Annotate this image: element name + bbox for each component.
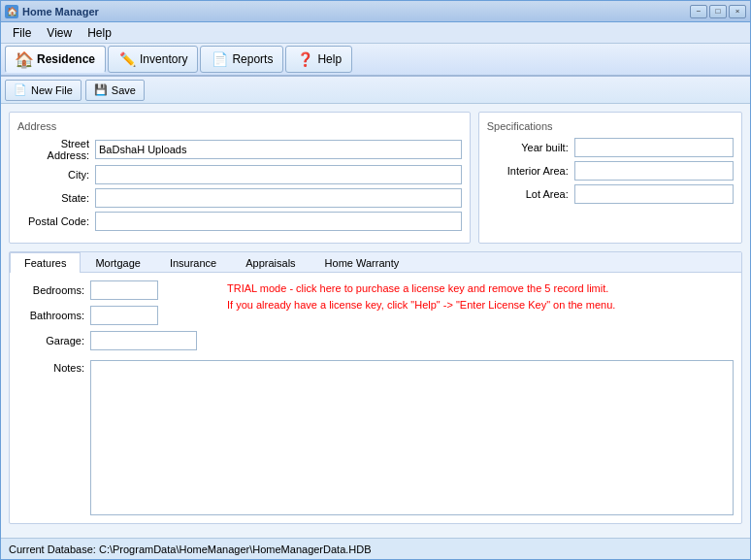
features-left: Bedrooms: Bathrooms: Garage: (17, 280, 212, 356)
street-label: Street Address: (17, 138, 95, 161)
notes-label: Notes: (17, 360, 90, 374)
house-icon: 🏠 (16, 50, 33, 68)
notes-textarea[interactable] (90, 360, 734, 515)
trial-line-2: If you already have a license key, click… (227, 299, 615, 311)
garage-label: Garage: (17, 335, 90, 346)
help-circle-icon: ❓ (296, 50, 313, 68)
address-label: Address (17, 120, 462, 132)
trial-message[interactable]: TRIAL mode - click here to purchase a li… (227, 280, 734, 313)
lot-area-label: Lot Area: (487, 188, 574, 200)
features-grid: Bedrooms: Bathrooms: Garage: (17, 280, 734, 356)
minimize-button[interactable]: − (690, 5, 707, 18)
close-button[interactable]: × (729, 5, 746, 18)
specs-section: Specifications Year built: Interior Area… (478, 112, 742, 244)
report-icon: 📄 (211, 50, 228, 68)
tab-features[interactable]: Features (10, 252, 81, 273)
new-file-button[interactable]: 📄 New File (5, 80, 82, 101)
top-section: Address Street Address: City: State: Pos… (9, 112, 742, 244)
nav-bar: 🏠 Residence ✏️ Inventory 📄 Reports ❓ Hel… (1, 44, 750, 77)
app-icon: 🏠 (5, 5, 18, 18)
tab-features-content: Bedrooms: Bathrooms: Garage: (10, 273, 741, 523)
edit-icon: ✏️ (118, 50, 136, 68)
lot-area-row: Lot Area: (487, 184, 734, 204)
bathrooms-input[interactable] (90, 306, 158, 325)
toolbar: 📄 New File 💾 Save (1, 77, 750, 104)
status-text: Current Database: C:\ProgramData\HomeMan… (9, 544, 372, 555)
address-section: Address Street Address: City: State: Pos… (9, 112, 471, 244)
year-built-row: Year built: (487, 138, 734, 157)
menu-file[interactable]: File (5, 24, 39, 42)
postal-label: Postal Code: (17, 215, 95, 227)
nav-residence-label: Residence (37, 52, 95, 66)
nav-reports-label: Reports (232, 52, 273, 66)
menu-view[interactable]: View (39, 24, 80, 42)
city-label: City: (17, 169, 95, 181)
tab-mortgage[interactable]: Mortgage (81, 252, 154, 273)
year-built-input[interactable] (574, 138, 734, 157)
garage-row: Garage: (17, 331, 212, 350)
interior-area-input[interactable] (574, 161, 734, 181)
postal-row: Postal Code: (17, 212, 462, 231)
window-controls: − □ × (690, 5, 746, 18)
city-row: City: (17, 165, 462, 184)
menu-help[interactable]: Help (80, 24, 119, 42)
title-bar-left: 🏠 Home Manager (5, 5, 99, 18)
content-area: Address Street Address: City: State: Pos… (1, 104, 750, 538)
bathrooms-label: Bathrooms: (17, 310, 90, 321)
state-row: State: (17, 188, 462, 208)
new-file-icon: 📄 (14, 83, 27, 96)
nav-reports[interactable]: 📄 Reports (200, 46, 283, 73)
specs-label: Specifications (487, 120, 734, 132)
title-bar: 🏠 Home Manager − □ × (1, 1, 750, 22)
save-button[interactable]: 💾 Save (85, 80, 145, 101)
year-built-label: Year built: (487, 142, 574, 153)
save-icon: 💾 (94, 83, 108, 96)
new-file-label: New File (31, 84, 73, 96)
tabs-container: Features Mortgage Insurance Appraisals H… (9, 251, 742, 524)
bathrooms-row: Bathrooms: (17, 306, 212, 325)
bedrooms-label: Bedrooms: (17, 284, 90, 296)
street-input[interactable] (95, 140, 462, 159)
bedrooms-input[interactable] (90, 280, 158, 300)
state-input[interactable] (95, 188, 462, 208)
window-title: Home Manager (22, 6, 99, 17)
save-label: Save (112, 84, 136, 96)
state-label: State: (17, 192, 95, 204)
nav-residence[interactable]: 🏠 Residence (5, 46, 106, 73)
tab-home-warranty[interactable]: Home Warranty (310, 252, 414, 273)
tab-insurance[interactable]: Insurance (155, 252, 231, 273)
notes-row: Notes: (17, 360, 734, 515)
lot-area-input[interactable] (574, 184, 734, 204)
features-right: TRIAL mode - click here to purchase a li… (227, 280, 734, 356)
menu-bar: File View Help (1, 22, 750, 44)
postal-input[interactable] (95, 212, 462, 231)
garage-input[interactable] (90, 331, 197, 350)
nav-help-label: Help (317, 52, 342, 66)
nav-inventory-label: Inventory (140, 52, 187, 66)
city-input[interactable] (95, 165, 462, 184)
bedrooms-row: Bedrooms: (17, 280, 212, 300)
maximize-button[interactable]: □ (709, 5, 727, 18)
nav-inventory[interactable]: ✏️ Inventory (108, 46, 198, 73)
tab-appraisals[interactable]: Appraisals (231, 252, 310, 273)
tabs-header: Features Mortgage Insurance Appraisals H… (10, 252, 741, 273)
status-bar: Current Database: C:\ProgramData\HomeMan… (1, 538, 750, 559)
nav-help[interactable]: ❓ Help (285, 46, 352, 73)
street-row: Street Address: (17, 138, 462, 161)
interior-area-label: Interior Area: (487, 165, 574, 177)
trial-line-1[interactable]: TRIAL mode - click here to purchase a li… (227, 282, 608, 294)
interior-area-row: Interior Area: (487, 161, 734, 181)
main-window: 🏠 Home Manager − □ × File View Help 🏠 Re… (0, 0, 751, 560)
notes-section: Notes: (17, 360, 734, 515)
